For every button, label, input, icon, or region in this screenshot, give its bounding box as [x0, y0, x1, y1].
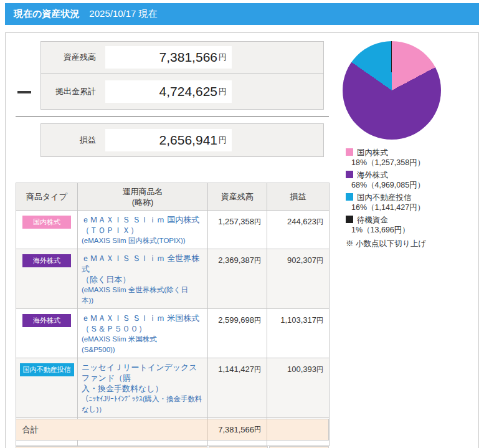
total-row: 合計 7,381,566円: [16, 419, 329, 441]
product-name-link[interactable]: ｅＭＡＸＩＳ Ｓｌｉｍ 国内株式 （ＴＯＰＩＸ）: [82, 214, 204, 236]
minus-operator-icon: [17, 91, 31, 93]
balance-summary-row: 資産残高 7,381,566 円: [41, 42, 323, 74]
page-header-bar: 現在の資産状況 2025/10/17 現在: [5, 3, 479, 25]
gain-cell: 1,103,317円: [267, 309, 330, 358]
product-abbr[interactable]: (eMAXIS Slim 国内株式(TOPIX)): [82, 236, 204, 246]
product-abbr[interactable]: （ﾆｯｾｲJﾘｰﾄｲﾝﾃﾞｯｸｽ(購入・換金手数料 なし)）: [82, 394, 204, 415]
legend-item-domestic-equity: 国内株式 18%（1,257,358円）: [346, 148, 480, 168]
legend-label: 海外株式: [357, 171, 388, 179]
balance-value-box: 7,381,566 円: [105, 46, 232, 69]
legend-value: 16%（1,141,427円）: [346, 203, 480, 212]
summary-box-group: 資産残高 7,381,566 円 拠出金累計 4,724,625 円: [40, 41, 324, 110]
gain-value-box: 2,656,941 円: [105, 129, 232, 151]
legend-item-foreign-equity: 海外株式 68%（4,969,085円）: [346, 170, 480, 190]
contribution-value: 4,724,625: [159, 84, 217, 99]
balance-cell: 2,369,387円: [208, 249, 267, 309]
product-type-badge: 海外株式: [22, 314, 71, 327]
gain-box-group: 損益 2,656,941 円: [40, 123, 324, 157]
total-gain-empty-cell: [267, 419, 328, 440]
legend-item-domestic-reit: 国内不動産投信 16%（1,141,427円）: [346, 193, 480, 212]
balance-cell: 2,599,698円: [208, 309, 267, 358]
product-name-link[interactable]: ｅＭＡＸＩＳ Ｓｌｉｍ 全世界株式 （除く日本）: [82, 253, 204, 285]
balance-cell: 1,141,427円: [208, 358, 267, 418]
legend-item-standby-funds: 待機資金 1%（13,696円）: [346, 215, 480, 235]
legend-value: 18%（1,257,358円）: [346, 158, 480, 168]
legend-swatch-pink: [346, 148, 353, 156]
total-label: 合計: [16, 419, 208, 440]
asset-allocation-pie-chart: [343, 41, 441, 140]
asset-status-panel: 資産残高 7,381,566 円 拠出金累計 4,724,625 円 損益 2,…: [5, 32, 479, 448]
legend-swatch-blue: [346, 193, 353, 201]
contribution-label: 拠出金累計: [41, 86, 96, 97]
product-type-badge: 国内不動産投信: [20, 363, 74, 376]
col-header-product-type: 商品タイプ: [16, 183, 78, 211]
product-abbr[interactable]: (eMAXIS Slim 米国株式 (S&P500)): [82, 334, 204, 355]
page-title: 現在の資産状況: [14, 8, 79, 20]
legend-label: 国内株式: [357, 148, 388, 157]
contribution-unit: 円: [219, 86, 227, 97]
balance-cell: 1,257,358円: [208, 211, 267, 249]
rounding-note: ※ 小数点以下切り上げ: [346, 239, 480, 249]
equals-divider-line: [16, 116, 329, 117]
legend-value: 68%（4,969,085円）: [346, 180, 480, 190]
product-name-link[interactable]: ニッセイＪリートインデックスファンド（購 入・換金手数料なし）: [82, 362, 204, 394]
gain-summary-row: 損益 2,656,941 円: [41, 124, 323, 156]
table-row: 国内不動産投信 ニッセイＪリートインデックスファンド（購 入・換金手数料なし） …: [16, 358, 330, 418]
table-row: 国内株式 ｅＭＡＸＩＳ Ｓｌｉｍ 国内株式 （ＴＯＰＩＸ） (eMAXIS Sl…: [16, 211, 330, 249]
product-table: 商品タイプ 運用商品名 (略称) 資産残高 損益 国内株式 ｅＭＡＸＩＳ Ｓｌｉ…: [16, 183, 330, 446]
balance-unit: 円: [219, 52, 227, 63]
total-balance: 7,381,566円: [208, 419, 267, 440]
pie-legend: 国内株式 18%（1,257,358円） 海外株式 68%（4,969,085円…: [346, 148, 480, 249]
legend-swatch-purple: [346, 171, 353, 178]
legend-value: 1%（13,696円）: [346, 225, 480, 235]
balance-value: 7,381,566: [159, 50, 217, 65]
col-header-product-name: 運用商品名 (略称): [78, 183, 208, 211]
product-name-link[interactable]: ｅＭＡＸＩＳ Ｓｌｉｍ 米国株式 （Ｓ＆Ｐ５００）: [82, 313, 204, 334]
product-type-badge: 国内株式: [22, 216, 71, 229]
table-header-row: 商品タイプ 運用商品名 (略称) 資産残高 損益: [16, 183, 330, 211]
legend-swatch-black: [346, 216, 353, 223]
product-abbr[interactable]: (eMAXIS Slim 全世界株式(除く日 本)): [82, 285, 204, 306]
col-header-gain: 損益: [267, 183, 330, 211]
gain-unit: 円: [219, 135, 227, 146]
legend-label: 国内不動産投信: [357, 193, 412, 202]
legend-label: 待機資金: [357, 216, 388, 224]
gain-label: 損益: [41, 135, 96, 146]
product-type-badge: 海外株式: [22, 254, 71, 267]
contribution-summary-row: 拠出金累計 4,724,625 円: [41, 74, 323, 109]
contribution-value-box: 4,724,625 円: [105, 80, 232, 103]
table-row: 海外株式 ｅＭＡＸＩＳ Ｓｌｉｍ 米国株式 （Ｓ＆Ｐ５００） (eMAXIS S…: [16, 309, 330, 358]
balance-label: 資産残高: [41, 52, 96, 63]
gain-value: 2,656,941: [159, 133, 217, 148]
gain-cell: 244,623円: [267, 211, 330, 249]
gain-cell: 902,307円: [267, 249, 330, 309]
table-row: 海外株式 ｅＭＡＸＩＳ Ｓｌｉｍ 全世界株式 （除く日本） (eMAXIS Sl…: [16, 249, 330, 309]
gain-cell: 100,393円: [267, 358, 330, 418]
col-header-balance: 資産残高: [208, 183, 267, 211]
as-of-date: 2025/10/17 現在: [89, 8, 157, 20]
